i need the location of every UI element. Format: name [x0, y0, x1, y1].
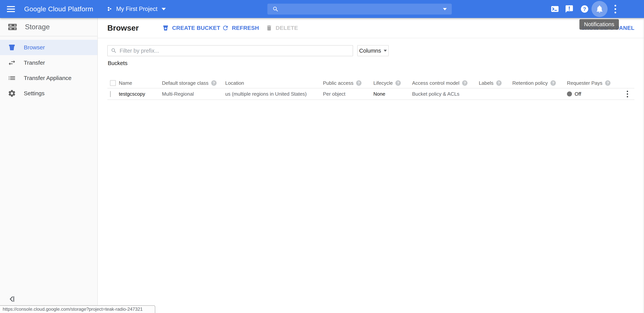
search-icon: [272, 6, 279, 12]
sidebar-item-settings[interactable]: Settings: [0, 86, 97, 101]
search-bar[interactable]: [268, 4, 452, 14]
row-more-options-icon[interactable]: [627, 91, 628, 97]
filter-by-prefix-input[interactable]: [120, 48, 350, 54]
help-icon[interactable]: [462, 80, 468, 86]
sidebar-item-label: Browser: [24, 44, 45, 51]
brand-logo[interactable]: Google Cloud Platform: [24, 0, 93, 18]
buckets-section-label: Buckets: [108, 60, 128, 66]
select-all-checkbox[interactable]: [110, 80, 116, 86]
create-bucket-button[interactable]: CREATE BUCKET: [162, 18, 220, 38]
column-header: Requester Pays: [567, 80, 602, 86]
help-icon[interactable]: [496, 80, 502, 86]
bucket-name-link[interactable]: testgcscopy: [119, 91, 162, 97]
column-header: Retention policy: [512, 80, 548, 86]
more-options-icon[interactable]: [609, 0, 622, 18]
top-app-bar: Google Cloud Platform My First Project: [0, 0, 644, 18]
appliance-list-icon: [8, 74, 16, 82]
row-checkbox[interactable]: [110, 91, 111, 97]
swap-arrows-icon: [8, 59, 16, 67]
sidebar-item-label: Settings: [24, 90, 44, 97]
column-header: Lifecycle: [373, 80, 393, 86]
column-header: Public access: [323, 80, 354, 86]
page-title: Browser: [107, 18, 139, 38]
search-dropdown-icon[interactable]: [443, 8, 447, 10]
bucket-table-header: Name Default storage class Location Publ…: [107, 78, 634, 88]
requester-pays-off-indicator: [567, 91, 572, 96]
project-picker[interactable]: My First Project: [106, 0, 166, 18]
search-icon: [111, 48, 117, 54]
cloud-shell-icon[interactable]: [549, 0, 561, 18]
right-edge-divider: [643, 18, 644, 313]
filter-field: [107, 45, 353, 56]
collapse-sidebar-icon[interactable]: [6, 294, 17, 305]
help-circle-icon[interactable]: ?: [578, 0, 591, 18]
sidebar-item-browser[interactable]: Browser: [0, 40, 97, 55]
delete-button[interactable]: DELETE: [266, 18, 298, 38]
column-header: Default storage class: [162, 80, 208, 86]
feedback-icon[interactable]: [563, 0, 576, 18]
project-icon: [106, 6, 113, 12]
bucket-icon: [8, 43, 16, 52]
sidebar-header: Storage: [0, 18, 97, 36]
create-bucket-icon: [162, 24, 169, 31]
refresh-icon: [222, 24, 229, 31]
refresh-button[interactable]: REFRESH: [222, 18, 259, 38]
sidebar-item-label: Transfer: [24, 59, 45, 66]
storage-product-icon: [6, 22, 18, 32]
trash-icon: [266, 24, 272, 31]
status-url-bar: https://console.cloud.google.com/storage…: [0, 305, 155, 313]
cell-access-control: Bucket policy & ACLs: [412, 91, 479, 97]
help-icon[interactable]: [356, 80, 362, 86]
notifications-bell-icon[interactable]: [594, 0, 606, 18]
columns-dropdown[interactable]: Columns: [357, 45, 389, 56]
chevron-down-icon: [384, 50, 387, 52]
page-toolbar: Browser CREATE BUCKET REFRESH DELETE SHO…: [98, 18, 644, 38]
help-icon[interactable]: [211, 80, 216, 86]
cell-storage-class: Multi-Regional: [162, 91, 225, 97]
notifications-tooltip: Notifications: [580, 19, 619, 30]
svg-text:?: ?: [583, 6, 586, 12]
cell-lifecycle: None: [373, 91, 412, 97]
help-icon[interactable]: [550, 80, 556, 86]
gear-icon: [8, 89, 16, 98]
help-icon[interactable]: [605, 80, 610, 86]
cell-requester-pays: Off: [567, 91, 627, 97]
column-header: Name: [119, 80, 132, 86]
chevron-down-icon: [162, 8, 166, 10]
sidebar: Storage Browser Transfer Transfer Applia…: [0, 18, 98, 313]
sidebar-item-transfer[interactable]: Transfer: [0, 55, 97, 70]
sidebar-title: Storage: [25, 23, 50, 31]
cell-location: us (multiple regions in United States): [225, 91, 323, 97]
column-header: Access control model: [412, 80, 460, 86]
project-name: My First Project: [116, 5, 157, 12]
column-header: Labels: [479, 80, 494, 86]
sidebar-item-label: Transfer Appliance: [24, 75, 72, 81]
column-header: Location: [225, 80, 244, 86]
bucket-table-row: testgcscopy Multi-Regional us (multiple …: [107, 88, 634, 100]
sidebar-item-transfer-appliance[interactable]: Transfer Appliance: [0, 70, 97, 86]
menu-icon[interactable]: [7, 0, 18, 18]
help-icon[interactable]: [396, 80, 401, 86]
cell-public-access: Per object: [323, 91, 373, 97]
